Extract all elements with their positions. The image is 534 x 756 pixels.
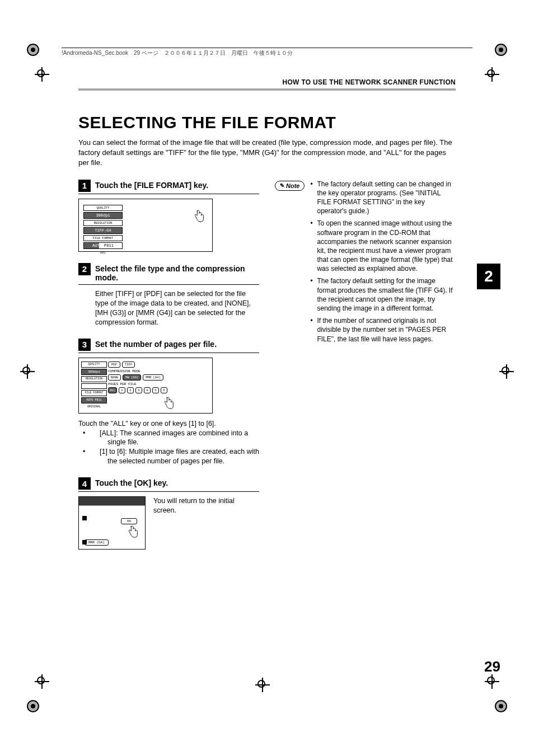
panel3-btn-mhg3: MH (G3) bbox=[123, 374, 141, 381]
note-block: Note The factory default setting can be … bbox=[275, 180, 456, 347]
step-4-title: Touch the [OK] key. bbox=[95, 477, 168, 488]
step-3-panel: QUALITY 300dpi RESOLUTION FILE FORMAT AU… bbox=[78, 358, 213, 414]
step-3-after-intro: Touch the "ALL" key or one of keys [1] t… bbox=[78, 419, 259, 429]
step-3-number: 3 bbox=[78, 339, 91, 351]
crop-circle-tl bbox=[27, 44, 39, 56]
note-label: Note bbox=[286, 182, 299, 189]
panel3-btn-6: 6 bbox=[161, 387, 167, 393]
panel3-btn-pdf: PDF bbox=[108, 361, 120, 368]
hand-pointer-icon bbox=[193, 209, 205, 224]
hand-pointer-icon bbox=[163, 396, 175, 411]
running-head: HOW TO USE THE NETWORK SCANNER FUNCTION bbox=[78, 78, 456, 91]
panel3-auto: AUTO P811 bbox=[81, 397, 107, 403]
panel1-res-label: RESOLUTION bbox=[83, 220, 123, 226]
step-3-after-item-nums: • [1] to [6]: Multiple image files are c… bbox=[81, 447, 259, 466]
step-3-item-nums-tag: [1] to [6]: bbox=[100, 448, 127, 456]
step-2-title: Select the file type and the compression… bbox=[95, 263, 259, 283]
note-item-1: The factory default setting can be chang… bbox=[310, 180, 456, 216]
reg-mark-ml bbox=[22, 367, 32, 377]
crop-circle-bl bbox=[27, 700, 39, 712]
page-title: SELECTING THE FILE FORMAT bbox=[78, 113, 456, 132]
panel3-res-value: 300dpi bbox=[81, 369, 107, 375]
panel1-ff-value: TIFF-G4 bbox=[83, 227, 123, 234]
right-column: Note The factory default setting can be … bbox=[275, 180, 456, 561]
panel3-btn-4: 4 bbox=[144, 387, 151, 393]
hand-pointer-icon bbox=[127, 525, 139, 539]
panel1-auto-row: AUTO P811 bbox=[83, 242, 123, 249]
note-item-2: To open the scanned image without using … bbox=[310, 219, 456, 273]
step-3-item-nums-text: Multiple image files are created, each w… bbox=[107, 448, 259, 465]
panel3-original: ORIGINAL bbox=[81, 405, 107, 410]
step-3: 3 Set the number of pages per file. QUAL… bbox=[78, 339, 259, 466]
panel3-quality: QUALITY bbox=[81, 361, 107, 368]
step-4-body: You will return to the initial screen. bbox=[153, 496, 259, 515]
step-3-after: Touch the "ALL" key or one of keys [1] t… bbox=[78, 419, 259, 466]
panel1-quality: QUALITY bbox=[83, 205, 123, 211]
crop-circle-br bbox=[495, 700, 507, 712]
reg-mark-bc bbox=[257, 680, 268, 690]
step-4-number: 4 bbox=[78, 477, 91, 490]
panel4-mmr: MMR (G4) bbox=[85, 539, 109, 546]
panel3-res-label: RESOLUTION bbox=[81, 376, 107, 382]
reg-mark-mr bbox=[502, 367, 512, 377]
panel3-btn-all: ALL bbox=[108, 387, 117, 393]
panel3-btn-none: NONE bbox=[108, 374, 121, 381]
panel1-p811: P811 bbox=[104, 243, 114, 248]
left-column: 1 Touch the [FILE FORMAT] key. QUALITY 3… bbox=[78, 180, 259, 561]
page-frame: HOW TO USE THE NETWORK SCANNER FUNCTION … bbox=[34, 73, 500, 672]
panel3-ff-label: FILE FORMAT bbox=[81, 390, 107, 396]
panel3-compression-label: COMPRESSION MODE bbox=[108, 369, 210, 373]
note-item-3: The factory default setting for the imag… bbox=[310, 276, 456, 313]
step-2-body: Either [TIFF] or [PDF] can be selected f… bbox=[95, 289, 259, 327]
reg-mark-br bbox=[487, 677, 497, 687]
chapter-thumb-tab: 2 bbox=[477, 264, 500, 289]
panel3-btn-tiff: TIFF bbox=[122, 361, 135, 368]
crop-circle-tr bbox=[495, 44, 507, 56]
panel3-btn-3: 3 bbox=[135, 387, 142, 393]
panel1-auto: AUTO bbox=[92, 243, 102, 248]
reg-mark-bl bbox=[37, 677, 47, 687]
step-3-after-item-all: • [ALL]: The scanned images are combined… bbox=[81, 429, 259, 448]
step-4: 4 Touch the [OK] key. OK MMR (G4) Yo bbox=[78, 477, 259, 550]
step-2-number: 2 bbox=[78, 263, 91, 275]
intro-paragraph: You can select the format of the image f… bbox=[78, 138, 456, 168]
step-1: 1 Touch the [FILE FORMAT] key. QUALITY 3… bbox=[78, 180, 259, 252]
panel1-ff-label: FILE FORMAT bbox=[83, 235, 123, 241]
note-item-4: If the number of scanned originals is no… bbox=[310, 316, 456, 344]
step-3-item-all-text: The scanned images are combined into a s… bbox=[107, 429, 248, 447]
panel1-ori: ORI bbox=[83, 250, 123, 255]
panel3-btn-2: 2 bbox=[127, 387, 134, 393]
panel3-ff-blank bbox=[81, 383, 107, 389]
panel4-ok: OK bbox=[121, 518, 137, 524]
step-3-item-all-tag: [ALL]: bbox=[100, 429, 118, 437]
step-3-title: Set the number of pages per file. bbox=[95, 339, 217, 349]
note-list: The factory default setting can be chang… bbox=[310, 180, 456, 347]
note-badge: Note bbox=[275, 181, 305, 191]
step-1-number: 1 bbox=[78, 180, 91, 192]
panel3-ppf-label: PAGES PER FILE bbox=[108, 382, 210, 386]
step-4-panel: OK MMR (G4) bbox=[78, 496, 146, 550]
panel1-res-value: 300dpi bbox=[83, 212, 123, 219]
page-number: 29 bbox=[484, 658, 500, 675]
step-2: 2 Select the file type and the compressi… bbox=[78, 263, 259, 327]
book-meta-header: !Andromeda-NS_Sec.book 29 ページ ２００６年１１月２７… bbox=[62, 48, 472, 57]
step-1-title: Touch the [FILE FORMAT] key. bbox=[95, 180, 208, 190]
step-1-panel: QUALITY 300dpi RESOLUTION TIFF-G4 FILE F… bbox=[78, 199, 213, 252]
panel3-btn-1: 1 bbox=[119, 387, 125, 393]
panel3-btn-mmrg4: MMR (G4) bbox=[143, 374, 163, 381]
panel3-btn-5: 5 bbox=[152, 387, 159, 393]
